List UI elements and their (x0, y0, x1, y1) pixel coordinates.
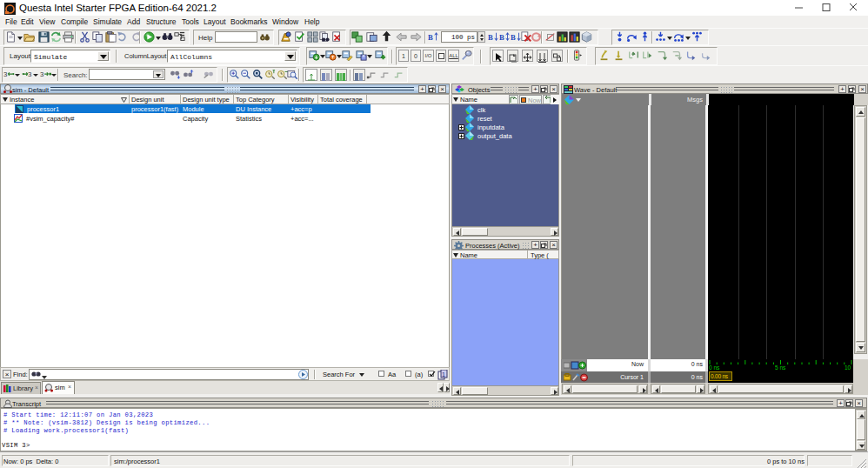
svg-text:B: B (499, 33, 504, 42)
svg-text:B: B (511, 33, 516, 42)
svg-text:B: B (488, 33, 493, 42)
svg-text:B: B (428, 33, 433, 42)
svg-text:1: 1 (442, 371, 445, 378)
svg-text:3: 3 (40, 70, 43, 78)
svg-text:3: 3 (3, 70, 7, 78)
svg-text:3: 3 (28, 70, 31, 78)
